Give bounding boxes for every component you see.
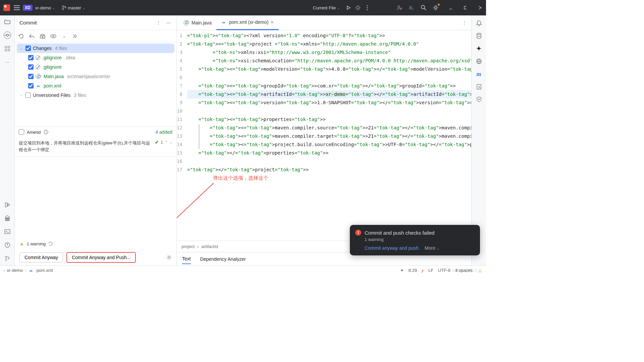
warning-refresh-icon[interactable] [48, 241, 53, 246]
ai-assistant-icon[interactable]: ✦ [475, 45, 483, 52]
file-row[interactable]: mpom.xml [17, 81, 174, 90]
msg-up-icon[interactable]: ⌃ [165, 140, 168, 144]
changelist-icon[interactable]: ⌄ [61, 33, 67, 39]
history-icon[interactable] [43, 129, 49, 135]
svg-rect-17 [8, 46, 10, 48]
hamburger-menu[interactable] [13, 4, 20, 11]
search-icon[interactable] [420, 4, 427, 11]
run-tool-icon[interactable] [4, 201, 11, 208]
commit-more-icon[interactable]: ⋮ [156, 20, 162, 25]
window-maximize[interactable] [462, 4, 469, 11]
commit-minimize-icon[interactable]: — [166, 20, 172, 25]
warning-icon: ▲ [19, 241, 24, 246]
group-icon[interactable] [72, 33, 78, 39]
amend-label: Amend [27, 130, 41, 135]
window-close[interactable] [477, 4, 483, 11]
debug-icon[interactable] [355, 4, 361, 11]
more-actions-icon[interactable] [364, 4, 371, 11]
file-checkbox[interactable] [28, 55, 34, 60]
editor-tabs: ⒸMain.javampom.xml (xr-demo)✕ ⋮ [177, 15, 471, 30]
more-tools-icon[interactable]: ⋯ [4, 58, 11, 66]
svg-point-3 [62, 8, 64, 10]
build-tool-icon[interactable] [4, 215, 11, 222]
status-bar: ▫ xr-demo › m pom.xml ✦ 8:29 y LF UTF-8 … [0, 265, 486, 275]
diff-icon[interactable] [50, 33, 56, 39]
code-with-me-icon[interactable] [396, 4, 403, 11]
sb-grammar-icon[interactable]: y [422, 268, 424, 273]
shield-icon[interactable] [475, 96, 483, 103]
commit-anyway-push-button[interactable]: Commit Anyway and Push... [66, 252, 136, 263]
sb-readonly-icon[interactable]: 🔒 [477, 268, 483, 273]
sb-ai-icon[interactable]: ✦ [400, 268, 404, 273]
commit-title: Commit [19, 20, 152, 25]
changes-checkbox[interactable] [25, 46, 31, 51]
database-icon[interactable] [475, 32, 483, 40]
commit-anyway-button[interactable]: Commit Anyway [19, 252, 63, 262]
file-row[interactable]: .gitignore.idea [17, 53, 174, 62]
refresh-icon[interactable] [18, 33, 24, 39]
sb-position[interactable]: 8:29 [409, 268, 417, 273]
translate-icon[interactable]: 文A [408, 4, 415, 11]
svg-point-28 [53, 36, 54, 37]
file-row[interactable]: ⒸMain.javasrc\main\java\com\xr [17, 72, 174, 81]
amend-checkbox[interactable] [19, 129, 24, 135]
tab-dependency-analyzer[interactable]: Dependency Analyzer [200, 254, 246, 264]
editor-tab[interactable]: mpom.xml (xr-demo)✕ [216, 15, 279, 30]
git-branch-selector[interactable]: master⌄ [62, 5, 85, 10]
svg-rect-1 [4, 5, 6, 7]
run-config-selector[interactable]: Current File⌄ [313, 5, 340, 10]
unversioned-group[interactable]: › Unversioned Files 3 files [17, 90, 174, 100]
code-editor[interactable]: ="tok-pi">="tok-tag"><?xml version="1.0"… [187, 30, 471, 241]
commit-message-input[interactable]: 提交项目到本地，并将项目推送到远程仓库(gitee平台),并个项目与远程仓库一个… [19, 140, 152, 155]
sb-line-sep[interactable]: LF [428, 268, 433, 273]
problems-tool-icon[interactable] [4, 241, 11, 249]
tabs-more-icon[interactable]: ⋮ [462, 20, 467, 25]
run-icon[interactable] [345, 4, 352, 11]
sb-project[interactable]: xr-demo [7, 268, 23, 273]
toast-subtitle: 1 warning [365, 237, 475, 242]
file-checkbox[interactable] [28, 74, 34, 79]
settings-icon[interactable] [432, 4, 439, 11]
bookmark-icon[interactable]: A [475, 83, 483, 90]
notifications-icon[interactable] [475, 19, 483, 27]
annotation-text: 弹出这个选项，选择这个 [213, 175, 268, 181]
svg-point-15 [6, 34, 8, 36]
svg-text:A: A [412, 7, 414, 11]
svg-point-7 [367, 7, 368, 8]
svg-rect-18 [5, 49, 7, 51]
msg-down-icon[interactable]: ⌄ [170, 140, 172, 144]
toast-more-link[interactable]: More ⌄ [425, 245, 439, 251]
maven-icon[interactable]: m [475, 70, 483, 78]
unversioned-checkbox[interactable] [25, 93, 31, 98]
sb-encoding[interactable]: UTF-8 [438, 268, 450, 273]
git-tool-icon[interactable] [4, 255, 11, 262]
tab-text[interactable]: Text [182, 254, 191, 264]
commit-tool-icon[interactable] [4, 32, 11, 39]
changes-group[interactable]: ⌄ Changes 4 files [17, 44, 174, 53]
web-icon[interactable] [475, 58, 483, 65]
sb-module-icon[interactable]: ▫ [3, 268, 5, 273]
svg-point-12 [421, 5, 425, 9]
project-tool-icon[interactable] [4, 18, 11, 25]
terminal-tool-icon[interactable] [4, 228, 11, 235]
structure-tool-icon[interactable] [4, 45, 11, 52]
sb-file[interactable]: pom.xml [37, 268, 53, 273]
close-tab-icon[interactable]: ✕ [270, 20, 274, 25]
svg-rect-16 [5, 46, 7, 48]
toast-commit-push-link[interactable]: Commit anyway and push [365, 245, 419, 251]
window-minimize[interactable] [447, 4, 454, 11]
toast-title: Commit and push checks failed [365, 230, 434, 236]
rollback-icon[interactable] [29, 33, 35, 39]
commit-settings-icon[interactable] [166, 255, 172, 260]
file-checkbox[interactable] [28, 64, 34, 70]
file-row[interactable]: .gitignore [17, 62, 174, 72]
java-file-icon: Ⓒ [36, 74, 41, 79]
sb-indent[interactable]: 4 spaces [455, 268, 473, 273]
svg-point-27 [51, 35, 56, 38]
shelve-icon[interactable] [40, 33, 46, 39]
file-checkbox[interactable] [28, 83, 34, 88]
editor-tab[interactable]: ⒸMain.java [179, 15, 216, 30]
gitignore-icon [36, 65, 40, 69]
gitignore-icon [36, 55, 40, 60]
project-selector[interactable]: XDxr-demo⌄ [23, 5, 55, 11]
